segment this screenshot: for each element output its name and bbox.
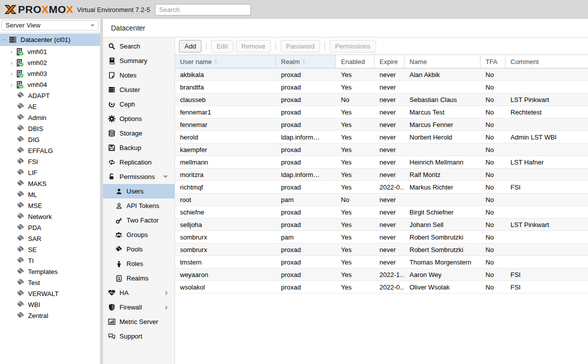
add-button[interactable]: Add [179,40,202,52]
tree-item-pool[interactable]: Templates [0,266,100,277]
tree-item-node[interactable]: › vmh02 [0,57,100,68]
tree-item-node[interactable]: › vmh03 [0,68,100,79]
tree-item-pool[interactable]: Test [0,277,100,288]
permissions-button[interactable]: Permissions [330,40,376,52]
menu-item-pools[interactable]: Pools [103,242,174,256]
column-header-comment[interactable]: Comment [506,55,588,68]
tree-item-pool[interactable]: DBIS [0,123,100,134]
table-row[interactable]: selljoha proxad Yes never Johann Sell No… [175,218,588,231]
key-icon [114,217,123,224]
global-search-input[interactable] [155,4,251,16]
password-button[interactable]: Password [280,40,320,52]
menu-item-cluster[interactable]: Cluster [103,82,174,97]
tree-item-pool[interactable]: Network [0,211,100,222]
tree-item-pool[interactable]: ADAPT [0,90,100,101]
menu-item-metric-server[interactable]: Metric Server [103,314,174,329]
edit-button[interactable]: Edit [211,40,233,52]
bar-chart-icon [108,318,116,326]
tree-item-pool[interactable]: WBI [0,299,100,310]
menu-item-backup[interactable]: Backup [103,140,174,155]
tree-item-pool[interactable]: LIF [0,167,100,178]
menu-item-notes[interactable]: Notes [103,68,174,82]
table-row[interactable]: sombrurx pam Yes never Robert Sombrutzki… [175,231,588,244]
table-row[interactable]: herold ldap.inform… Yes never Norbert He… [175,131,588,144]
menu-item-ceph[interactable]: Ceph [103,97,174,112]
tree-item-pool[interactable]: FSI [0,156,100,167]
menu-item-realms[interactable]: Realms [103,271,174,286]
tree-item-pool[interactable]: MAKS [0,178,100,189]
menu-item-replication[interactable]: Replication [103,155,174,170]
menu-item-ha[interactable]: HA [103,286,174,300]
cell-realm: proxad [276,144,336,156]
tree-item-pool[interactable]: VERWALT [0,288,100,299]
tree-item-pool[interactable]: PDA [0,222,100,233]
tree-item-pool[interactable]: Zentral [0,310,100,321]
expander-down-icon[interactable]: › [1,37,8,43]
tree-item-node[interactable]: › vmh04 [0,79,100,90]
table-row[interactable]: mellmann proxad Yes never Heinrich Mellm… [175,156,588,168]
cell-comment [506,144,588,156]
tree-item-pool[interactable]: MSE [0,200,100,211]
column-header-realm[interactable]: Realm↑ [276,55,336,68]
column-header-name[interactable]: Name [404,55,480,68]
column-header-enabled[interactable]: Enabled [336,55,374,68]
tree-item-pool[interactable]: Admin [0,112,100,123]
expander-right-icon[interactable]: › [8,59,14,66]
cell-user-name: tmstern [175,256,276,268]
table-row[interactable]: akbikala proxad Yes never Alan Akbik No [175,68,588,81]
expander-right-icon[interactable]: › [8,48,14,56]
table-row[interactable]: sombrurx proxad Yes never Robert Sombrut… [175,244,588,256]
expander-right-icon[interactable]: › [8,81,14,88]
tree-item-pool[interactable]: TI [0,255,100,266]
table-row[interactable]: schiefne proxad Yes never Birgit Schiefn… [175,206,588,218]
tree-item-pool[interactable]: EFFALG [0,145,100,156]
tree-item-pool[interactable]: AE [0,101,100,112]
table-row[interactable]: fennemar1 proxad Yes never Marcus Test N… [175,106,588,118]
table-row[interactable]: tmstern proxad Yes never Thomas Morgenst… [175,256,588,268]
menu-item-two-factor[interactable]: Two Factor [103,213,174,228]
address-book-icon [114,275,123,282]
resource-tree: › Datacenter (cl01) › vmh01 › [0,32,100,364]
menu-item-summary[interactable]: Summary [103,54,174,68]
tree-item-pool[interactable]: DIG [0,134,100,145]
menu-item-users[interactable]: Users [103,184,174,198]
table-row[interactable]: kaempfer proxad Yes never No [175,144,588,156]
table-row[interactable]: clausseb proxad No never Sebastian Claus… [175,94,588,106]
menu-item-storage[interactable]: Storage [103,126,174,140]
table-row[interactable]: brandtfa proxad Yes never No [175,81,588,94]
table-row[interactable]: root pam No never No [175,194,588,206]
node-online-icon [16,58,24,67]
cell-expire: never [374,106,404,118]
column-header-expire[interactable]: Expire [374,55,404,68]
view-selector-combo[interactable]: Server View [2,20,98,30]
tree-item-pool[interactable]: ML [0,189,100,200]
expander-right-icon[interactable]: › [8,70,14,78]
table-row[interactable]: richtmqf proxad Yes 2022-0… Markus Richt… [175,181,588,194]
tree-item-node[interactable]: › vmh01 [0,46,100,57]
column-header-tfa[interactable]: TFA [480,55,506,68]
menu-item-groups[interactable]: Groups [103,228,174,242]
tree-item-pool[interactable]: SE [0,244,100,255]
cell-enabled: No [336,94,374,106]
server-icon [108,86,116,94]
menu-item-firewall[interactable]: Firewall [103,300,174,314]
cell-comment [506,256,588,268]
cell-expire: never [374,94,404,106]
tree-item-pool[interactable]: SAR [0,233,100,244]
tree-item-datacenter[interactable]: › Datacenter (cl01) [0,34,100,46]
menu-item-options[interactable]: Options [103,112,174,126]
table-row[interactable]: fennemar proxad Yes never Marcus Fenner … [175,118,588,131]
menu-item-permissions[interactable]: Permissions [103,170,174,184]
menu-item-api-tokens[interactable]: API Tokens [103,198,174,213]
tree-item-label: Templates [28,268,58,276]
table-row[interactable]: weyaaron proxad Yes 2022-1… Aaron Wey No… [175,268,588,281]
menu-item-support[interactable]: Support [103,329,174,344]
menu-item-search[interactable]: Search [103,39,174,54]
cell-name: Robert Sombrutzki [404,244,480,256]
remove-button[interactable]: Remove [236,40,271,52]
table-row[interactable]: wsolakol proxad Yes 2022-0… Oliver Wsola… [175,281,588,294]
column-header-user-name[interactable]: User name↑ [175,55,276,68]
table-row[interactable]: moritzra ldap.inform… Yes never Ralf Mor… [175,168,588,181]
cell-user-name: sombrurx [175,231,276,243]
menu-item-roles[interactable]: Roles [103,256,174,271]
